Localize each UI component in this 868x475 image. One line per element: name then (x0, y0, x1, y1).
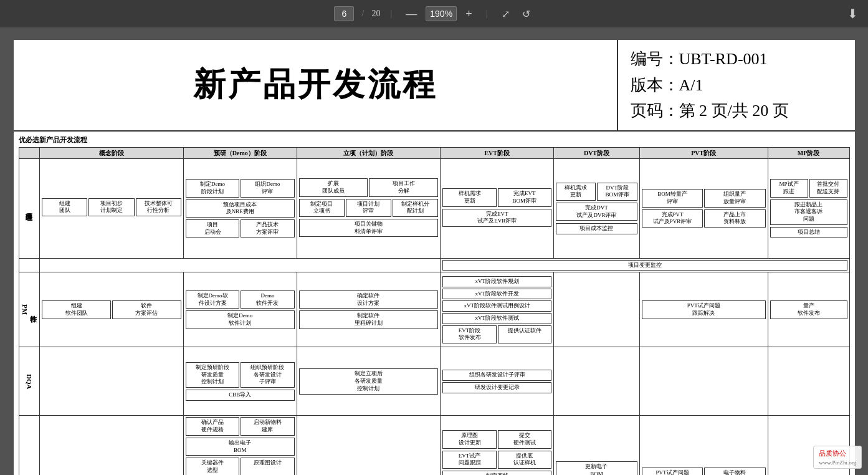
softpm-dvt-empty (554, 272, 640, 347)
pm-concept-2: 项目初步计划制定 (88, 198, 134, 216)
elec-pvt-2: 电子物料承认 (704, 468, 765, 475)
elec-dvt: 更新电子BOM DVT试产问题跟踪 电子物料签样 (554, 416, 640, 475)
pm-plan: 扩展团队成员 项目工作分解 制定项目立项书 项目计划评审 制定样机分配计划 项目… (297, 158, 441, 258)
softpm-pvt: PVT试产问题跟踪解决 (639, 272, 768, 347)
pm-evt-2: 完成EVTBOM评审 (498, 188, 551, 206)
pm-plan-4: 项目计划评审 (346, 199, 391, 217)
doc-page: 页码：第 2 页/共 20 页 (631, 98, 842, 124)
page-input[interactable]: 6 (334, 6, 354, 21)
pm-mp-3: 跟进新品上市客退客诉问题 (770, 199, 847, 225)
elec-concept: 参与产品可行性评估 (40, 416, 184, 475)
pm-dvt-3: 完成DVT试产及DVR评审 (556, 203, 637, 221)
elec-pvt: PVT试产问题跟踪解决 电子物料承认 认证跟进及整改 (639, 416, 768, 475)
toolbar-sep1: | (390, 9, 392, 19)
elec-predemo-1: 确认产品硬件规格 (186, 417, 239, 435)
flow-container: 优必选新产品开发流程 概念阶段 预研（Demo）阶段 立项（计划）阶段 EVT阶… (14, 132, 855, 475)
elec-predemo-2: 启动新物料建库 (241, 417, 294, 435)
pm-pvt-2: 组织量产放量评审 (704, 189, 765, 207)
th-pvt: PVT阶段 (639, 147, 768, 158)
pm-plan-6: 项目关键物料清单评审 (299, 219, 439, 237)
elec-predemo-4: 关键器件选型 (186, 458, 239, 475)
softpm-plan-2: 制定软件里程碑计划 (299, 310, 439, 329)
softpm-concept: 组建软件团队 软件方案评估 (40, 272, 184, 347)
pm-concept-3: 技术整体可行性分析 (136, 198, 181, 216)
pm-evt-1: 样机需求更新 (442, 188, 496, 206)
page-separator: / (361, 9, 364, 19)
pm-change-monitor: 项目变更监控 (441, 258, 849, 272)
doc-title: 新产品开发流程 (193, 63, 437, 107)
pm-plan-1: 扩展团队成员 (299, 178, 368, 196)
toolbar: 6 / 20 | — 190% + | ⤢ ↺ ⬇ (0, 0, 868, 27)
zoom-input[interactable]: 190% (426, 6, 457, 21)
doc-number: 编号：UBT-RD-001 (631, 46, 842, 72)
pm-dvt-1: 样机需求更新 (556, 183, 596, 201)
elec-row: 电子代表 参与产品可行性评估 确认产品硬件规格 启动新物料建库 (19, 416, 849, 475)
rotate-button[interactable]: ↺ (518, 7, 534, 21)
elec-predemo-3: 输出电子BOM (186, 438, 295, 456)
pm-plan-3: 制定项目立项书 (299, 199, 345, 217)
dqa-evt: 组织各研发设计子评审 研发设计变更记录 (441, 347, 554, 416)
dqa-concept (40, 347, 184, 416)
softpm-mp: 量产软件发布 (768, 272, 849, 347)
pm-evt-3: 完成EVT试产及EVR评审 (442, 209, 551, 227)
pm-predemo-4: 项目启动会 (186, 219, 239, 238)
pm-mp-2: 首批交付配送支持 (809, 179, 847, 197)
softpm-predemo-1: 制定Demo软件设计方案 (186, 290, 239, 309)
pm-predemo-5: 产品技术方案评审 (241, 219, 294, 238)
dqa-predemo-2: 组织预研阶段各研发设计子评审 (241, 362, 294, 388)
elec-plan: 制定电子计划 (297, 416, 441, 475)
pm-change-monitor-box: 项目变更监控 (442, 260, 847, 271)
download-button[interactable]: ⬇ (847, 6, 858, 21)
softpm-pvt-1: PVT试产问题跟踪解决 (642, 300, 766, 319)
dqa-dvt (554, 347, 640, 416)
document-page: 新产品开发流程 编号：UBT-RD-001 版本：A/1 页码：第 2 页/共 … (14, 40, 855, 475)
th-plan: 立项（计划）阶段 (297, 147, 441, 158)
watermark-text: 品质协公 (819, 449, 846, 457)
softpm-mp-1: 量产软件发布 (770, 300, 847, 319)
zoom-in-button[interactable]: + (462, 6, 476, 22)
th-empty (19, 147, 40, 158)
softpm-concept-1: 组建软件团队 (42, 300, 111, 319)
th-evt: EVT阶段 (441, 147, 554, 158)
watermark: 品质协公 www.PinZhi.org (813, 446, 862, 469)
elec-evt-5: 制定产线测试要求 (442, 471, 551, 475)
elec-evt-4: 提供底认证样机 (498, 451, 551, 469)
pm-pvt: BOM转量产评审 组织量产放量评审 完成PVT试产及PVR评审 产品上市资料释放 (639, 158, 768, 258)
pm-pvt-3: 完成PVT试产及PVR评审 (642, 209, 703, 228)
th-concept: 概念阶段 (40, 147, 184, 158)
flow-title: 优必选新产品开发流程 (19, 135, 850, 145)
softpm-evt-3: xVT阶段软件测试用例设计 (442, 300, 551, 312)
pm-plan-5: 制定样机分配计划 (393, 199, 438, 217)
pm-label: 项目经理 (19, 158, 40, 258)
dqa-pvt (639, 347, 768, 416)
softpm-predemo: 制定Demo软件设计方案 Demo软件开发 制定Demo软件计划 (183, 272, 297, 347)
doc-meta: 编号：UBT-RD-001 版本：A/1 页码：第 2 页/共 20 页 (618, 40, 855, 130)
dqa-evt-1: 组织各研发设计子评审 (442, 370, 551, 381)
softpm-plan: 确定软件设计方案 制定软件里程碑计划 (297, 272, 441, 347)
fit-button[interactable]: ⤢ (498, 7, 513, 21)
pm-evt: 样机需求更新 完成EVTBOM评审 完成EVT试产及EVR评审 (441, 158, 554, 258)
flow-table: 概念阶段 预研（Demo）阶段 立项（计划）阶段 EVT阶段 DVT阶段 PVT… (19, 147, 850, 475)
dqa-predemo-3: CBB导入 (186, 390, 295, 401)
elec-predemo: 确认产品硬件规格 启动新物料建库 输出电子BOM 关键器件选型 原理图设计 (183, 416, 297, 475)
dqa-evt-2: 研发设计变更记录 (442, 382, 551, 393)
dqa-mp (768, 347, 849, 416)
elec-predemo-5: 原理图设计 (241, 458, 294, 475)
doc-title-area: 新产品开发流程 (14, 40, 618, 130)
pm-pvt-4: 产品上市资料释放 (704, 209, 765, 228)
dqa-label: DQA (19, 347, 40, 416)
dqa-plan-1: 制定立项后各研发质量控制计划 (299, 368, 439, 394)
pm-row: 项目经理 组建团队 项目初步计划制定 技术整体可行性分析 (19, 158, 849, 258)
softpm-evt-6: 提供认证软件 (498, 325, 551, 343)
th-mp: MP阶段 (768, 147, 849, 158)
elec-evt-1: 原理图设计更新 (442, 430, 496, 448)
zoom-out-button[interactable]: — (402, 6, 421, 22)
pm-cost-monitor: 项目成本监控 (556, 223, 637, 234)
elec-evt-3: EVT试产问题跟踪 (442, 451, 496, 469)
elec-evt: 原理图设计更新 提交硬件测试 EVT试产问题跟踪 提供底认证样机 制定产线测试要… (441, 416, 554, 475)
dqa-predemo-1: 制定预研阶段研发质量控制计划 (186, 362, 239, 388)
softpm-evt-4: xVT阶段软件测试 (442, 313, 551, 324)
doc-version: 版本：A/1 (631, 72, 842, 98)
toolbar-sep2: | (486, 9, 488, 19)
pm-mp-1: MP试产跟进 (770, 179, 808, 197)
